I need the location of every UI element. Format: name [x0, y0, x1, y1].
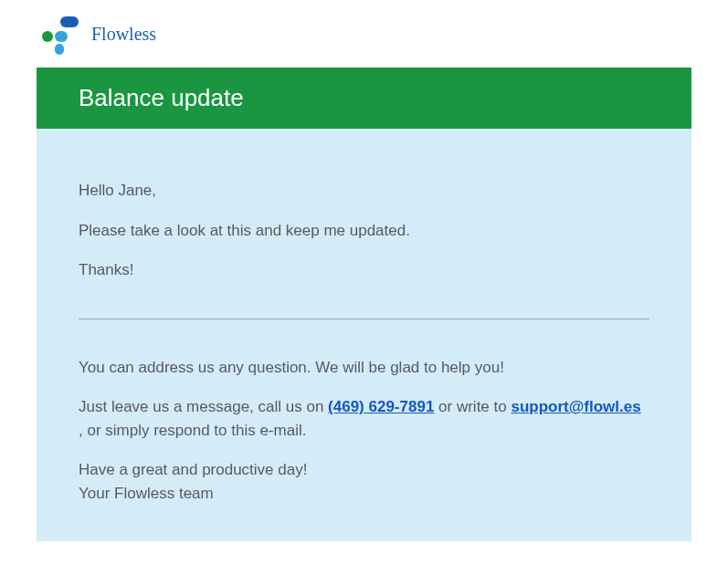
email-body: Hello Jane, Please take a look at this a… [37, 129, 691, 541]
email-greeting: Hello Jane, [79, 179, 649, 203]
email-body-line-1: Please take a look at this and keep me u… [79, 219, 649, 243]
svg-point-3 [42, 31, 53, 42]
logo-bar: Flowless [0, 0, 728, 68]
closing-line-2: Your Flowless team [79, 482, 649, 506]
contact-mid: or write to [434, 398, 511, 415]
phone-link[interactable]: (469) 629-7891 [328, 398, 434, 415]
svg-rect-1 [55, 31, 68, 42]
email-container: Balance update Hello Jane, Please take a… [37, 68, 691, 541]
support-email-link[interactable]: support@flowl.es [511, 398, 640, 415]
help-line: You can address us any question. We will… [79, 356, 649, 380]
contact-suffix: , or simply respond to this e-mail. [79, 422, 306, 439]
email-subject: Balance update [37, 68, 691, 129]
flowless-logo-icon [37, 11, 82, 57]
svg-rect-0 [60, 16, 79, 27]
svg-rect-2 [55, 44, 64, 55]
brand-name: Flowless [91, 24, 156, 45]
closing-line-1: Have a great and productive day! [79, 458, 649, 482]
divider [79, 319, 649, 319]
contact-prefix: Just leave us a message, call us on [79, 398, 328, 415]
email-body-line-2: Thanks! [79, 258, 649, 282]
contact-line: Just leave us a message, call us on (469… [79, 395, 649, 442]
